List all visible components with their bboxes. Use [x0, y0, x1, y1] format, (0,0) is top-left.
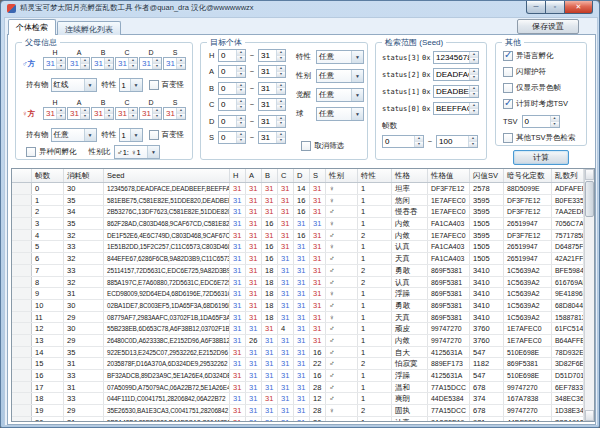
- seed-cell[interactable]: 12345678,DEADFACE,DEADBEEF,BEEFFACE: [104, 183, 230, 194]
- iv-cell[interactable]: 31: [230, 277, 246, 288]
- other-tsv-shiny-checkbox-box[interactable]: [503, 133, 513, 143]
- pid-cell[interactable]: 889EF173: [428, 358, 470, 369]
- seed-status-input[interactable]: 12345678▲▼: [433, 51, 479, 64]
- row-header-cell[interactable]: [12, 300, 32, 311]
- column-header-4[interactable]: H: [230, 169, 246, 182]
- gender-cell[interactable]: ♂: [326, 358, 358, 369]
- iv-cell[interactable]: 31: [230, 241, 246, 252]
- row-header-cell[interactable]: [12, 277, 32, 288]
- option-checkbox-2-box[interactable]: [503, 83, 513, 93]
- ability-cell[interactable]: 1: [358, 312, 392, 323]
- table-row[interactable]: 632844EFE67,6286F6CB,9A82D3B9,C11C657331…: [12, 253, 584, 265]
- consumed-frames-cell[interactable]: 30: [64, 300, 104, 311]
- row-header-cell[interactable]: [12, 253, 32, 264]
- female-ditto-checkbox-box[interactable]: [149, 130, 159, 140]
- target-iv-max-a-value[interactable]: 31: [259, 66, 276, 77]
- iv-cell[interactable]: 31: [310, 253, 326, 264]
- pid-cell[interactable]: 869F5381: [428, 277, 470, 288]
- target-iv-max-a-down-arrow-icon[interactable]: ▼: [277, 72, 285, 78]
- iv-cell[interactable]: 31: [294, 405, 310, 416]
- pid-cell[interactable]: DF3F7E12: [428, 183, 470, 194]
- iv-cell[interactable]: 31: [262, 323, 278, 334]
- column-header-10[interactable]: 性别: [326, 169, 358, 182]
- option-checkbox-3-box[interactable]: ✓: [503, 99, 513, 109]
- iv-cell[interactable]: 18: [262, 288, 278, 299]
- iv-cell[interactable]: 31: [230, 300, 246, 311]
- table-row[interactable]: 112908779AF7,2983AAFC,03702F1B,1DA65F3A3…: [12, 312, 584, 324]
- iv-cell[interactable]: 16: [294, 195, 310, 206]
- table-row[interactable]: 03012345678,DEADFACE,DEADBEEF,BEEFFACE31…: [12, 183, 584, 195]
- ability-cell[interactable]: 1: [358, 393, 392, 404]
- nature-cell[interactable]: 浮躁: [392, 288, 428, 299]
- nature-cell[interactable]: 认真: [392, 241, 428, 252]
- target-iv-max-s-down-arrow-icon[interactable]: ▼: [277, 138, 285, 144]
- table-row[interactable]: 832885A197C,E7A60880,72D5631C,EDC6E72531…: [12, 277, 584, 289]
- male-iv-a-value[interactable]: 31: [68, 58, 80, 69]
- male-iv-a-down-arrow-icon[interactable]: ▼: [81, 64, 89, 70]
- gender-cell[interactable]: ♀: [326, 183, 358, 194]
- seed-cell[interactable]: 08779AF7,2983AAFC,03702F1B,1DA65F3A: [104, 312, 230, 323]
- rng-sequence-cell[interactable]: 7056C7AF: [552, 218, 584, 229]
- target-iv-min-c[interactable]: 0▲▼: [218, 98, 246, 111]
- target-iv-min-s-value[interactable]: 0: [219, 132, 236, 143]
- nature-cell[interactable]: 慢吞吞: [392, 206, 428, 217]
- iv-cell[interactable]: 18: [262, 300, 278, 311]
- target-iv-min-c-down-arrow-icon[interactable]: ▼: [237, 105, 245, 111]
- iv-cell[interactable]: 31: [230, 393, 246, 404]
- shiny-value-cell[interactable]: 547: [470, 347, 504, 358]
- ability-cell[interactable]: 1: [358, 335, 392, 346]
- iv-cell[interactable]: 31: [262, 417, 278, 421]
- target-iv-min-h-down-arrow-icon[interactable]: ▼: [237, 56, 245, 62]
- option-checkbox-1-box[interactable]: [503, 67, 513, 77]
- target-filter-select-dropdown-icon[interactable]: ▼: [351, 51, 363, 63]
- rng-sequence-cell[interactable]: 7AA2EDFA: [552, 206, 584, 217]
- gender-cell[interactable]: ♀: [326, 195, 358, 206]
- table-row[interactable]: 1833044F111D,C0041751,28206842,06A22B723…: [12, 393, 584, 405]
- target-iv-max-d-value[interactable]: 31: [259, 116, 276, 127]
- seed-cell[interactable]: 2035878F,D16A370A,6D324DE9,29532262: [104, 358, 230, 369]
- iv-cell[interactable]: 31: [278, 206, 294, 217]
- table-row[interactable]: 123055B238EB,6D653C78,A6F38B12,03702F1B3…: [12, 323, 584, 335]
- iv-cell[interactable]: 31: [230, 195, 246, 206]
- iv-cell[interactable]: 31: [262, 335, 278, 346]
- male-iv-d[interactable]: 31▲▼: [139, 57, 162, 70]
- ability-cell[interactable]: 1: [358, 417, 392, 421]
- target-filter-select[interactable]: 任意▼: [316, 107, 364, 121]
- iv-cell[interactable]: 31: [230, 265, 246, 276]
- column-header-7[interactable]: C: [278, 169, 294, 182]
- encryption-constant-cell[interactable]: 1C5639A2: [504, 265, 552, 276]
- iv-cell[interactable]: 31: [230, 253, 246, 264]
- iv-cell[interactable]: 31: [246, 300, 262, 311]
- iv-cell[interactable]: 31: [262, 393, 278, 404]
- target-iv-min-d-value[interactable]: 0: [219, 116, 236, 127]
- nature-cell[interactable]: 悠闲: [392, 195, 428, 206]
- iv-cell[interactable]: 31: [278, 253, 294, 264]
- seed-status-input-value[interactable]: DEADBEEF: [434, 86, 469, 97]
- pid-cell[interactable]: 44DE5384: [428, 393, 470, 404]
- iv-cell[interactable]: 14: [294, 183, 310, 194]
- encryption-constant-cell[interactable]: 26519947: [504, 253, 552, 264]
- shiny-value-cell[interactable]: 3595: [470, 195, 504, 206]
- iv-cell[interactable]: 31: [230, 218, 246, 229]
- target-iv-max-b-value[interactable]: 31: [259, 83, 276, 94]
- seed-cell[interactable]: 581EBE75,C581E82E,51DDE820,DEADBEEF: [104, 195, 230, 206]
- ability-cell[interactable]: 2: [358, 277, 392, 288]
- gender-cell[interactable]: ♂: [326, 265, 358, 276]
- female-held-item-select[interactable]: 任意▼: [51, 128, 97, 142]
- row-header-cell[interactable]: [12, 382, 32, 393]
- iv-cell[interactable]: 31: [294, 370, 310, 381]
- option-checkbox-0[interactable]: ✓异语言孵化: [503, 51, 554, 61]
- male-iv-s[interactable]: 31▲▼: [163, 57, 186, 70]
- iv-cell[interactable]: 31: [278, 405, 294, 416]
- option-checkbox-2[interactable]: 仅显示异色帧: [503, 83, 561, 93]
- frame-cell[interactable]: 11: [32, 312, 64, 323]
- row-header-cell[interactable]: [12, 312, 32, 323]
- iv-cell[interactable]: 31: [262, 230, 278, 241]
- seed-status-input-down-arrow-icon[interactable]: ▼: [470, 92, 478, 98]
- row-header-cell[interactable]: [12, 323, 32, 334]
- column-header-0[interactable]: [12, 169, 32, 182]
- female-iv-s[interactable]: 31▲▼: [163, 107, 186, 120]
- iv-cell[interactable]: 31: [230, 230, 246, 241]
- iv-cell[interactable]: 31: [278, 183, 294, 194]
- iv-cell[interactable]: 16: [262, 218, 278, 229]
